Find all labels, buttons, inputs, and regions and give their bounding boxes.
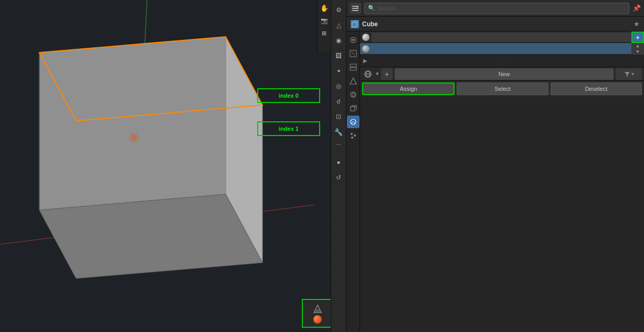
svg-rect-55	[351, 107, 355, 111]
search-placeholder: Search	[377, 5, 396, 12]
svg-rect-38	[352, 10, 358, 11]
viewport[interactable]: index 0 index 1 ✋ 📷 ⊞	[0, 0, 331, 332]
search-bar[interactable]: 🔍 Search	[364, 3, 629, 14]
play-icon[interactable]: ▶	[363, 58, 367, 64]
search-icon: 🔍	[368, 5, 375, 12]
properties-panel: 🔍 Search 📌 Cube ★	[346, 0, 644, 332]
svg-rect-37	[352, 8, 358, 9]
main-layout: index 0 index 1 ✋ 📷 ⊞ ⚙ △ ◉ 🖼 ✦ ◎ ☌ ⊡	[0, 0, 644, 332]
preview-row: ▶ · · ·	[360, 55, 644, 67]
preview-dots: · · ·	[367, 58, 641, 64]
prop-body: + ▲ ▼ ▶ · · ·	[346, 32, 644, 332]
add-material-button[interactable]: +	[381, 68, 393, 80]
bottom-material-icon-box[interactable]	[302, 299, 331, 328]
svg-line-49	[352, 52, 355, 55]
svg-marker-52	[350, 78, 356, 84]
material-slots-section: + ▲ ▼	[360, 32, 644, 55]
svg-rect-40	[352, 23, 356, 27]
camera-icon[interactable]: 📷	[319, 15, 330, 26]
props-icon-swirl[interactable]: ↺	[332, 171, 345, 184]
props-icon-image[interactable]: 🖼	[332, 49, 345, 63]
props-icon-material[interactable]: ◉	[332, 34, 345, 47]
props-icon-dot[interactable]: ●	[332, 155, 345, 169]
assign-select-row: Assign Select Deselect	[360, 81, 644, 97]
select-button[interactable]: Select	[457, 82, 548, 95]
svg-rect-51	[350, 68, 356, 70]
object-name-text: Cube	[362, 20, 378, 28]
grid-icon[interactable]: ⊞	[319, 27, 330, 39]
filter-button[interactable]: ▾	[616, 68, 642, 80]
globe-icon	[364, 70, 372, 78]
scroll-up-button[interactable]: ▲	[631, 43, 644, 49]
viewport-toolbar: ✋ 📷 ⊞	[317, 0, 331, 53]
svg-point-63	[351, 137, 353, 139]
tab-view-layer[interactable]	[347, 61, 360, 74]
material-slot-fill-1	[372, 44, 642, 54]
assign-button[interactable]: Assign	[362, 82, 455, 95]
dropdown-arrow-small: ▾	[376, 70, 379, 77]
svg-point-62	[354, 134, 356, 137]
tab-output[interactable]	[347, 47, 360, 60]
svg-point-47	[352, 39, 354, 41]
props-icon-wrench[interactable]: 🔧	[332, 125, 345, 139]
object-name-row: Cube ★	[346, 17, 644, 32]
hand-tool-icon[interactable]: ✋	[319, 2, 330, 14]
material-slot-1[interactable]	[360, 43, 644, 55]
add-slot-button[interactable]: +	[631, 32, 644, 43]
props-icon-mesh[interactable]: △	[332, 18, 345, 32]
object-cube-icon	[351, 20, 359, 28]
material-slot-0[interactable]	[360, 32, 644, 43]
material-type-button[interactable]	[362, 68, 374, 80]
tab-object[interactable]	[347, 102, 360, 115]
material-sphere-bottom	[313, 315, 322, 324]
svg-rect-50	[350, 64, 356, 67]
tab-scene[interactable]	[347, 75, 360, 87]
props-icon-data[interactable]: ⊡	[332, 110, 345, 123]
material-sphere-1	[362, 45, 369, 53]
filter-icon	[624, 71, 630, 77]
svg-rect-35	[315, 309, 320, 312]
prop-side-tabs	[346, 32, 360, 332]
deselect-button[interactable]: Deselect	[551, 82, 642, 95]
material-props-area	[360, 97, 644, 332]
new-material-button[interactable]: New	[395, 68, 614, 80]
svg-marker-23	[39, 37, 226, 210]
material-icon-bottom	[312, 304, 323, 314]
tab-world[interactable]	[347, 88, 360, 101]
material-sphere-0	[362, 34, 369, 41]
props-icon-particle[interactable]: ✦	[332, 64, 345, 78]
material-slot-fill-0	[372, 33, 642, 42]
svg-point-54	[352, 92, 354, 97]
props-icon-constraint[interactable]: ☌	[332, 95, 345, 108]
tab-render[interactable]	[347, 34, 360, 46]
props-icon-scene[interactable]: ⚙	[332, 3, 345, 17]
slot-controls: + ▲ ▼	[631, 32, 644, 55]
tab-particles[interactable]	[347, 129, 360, 142]
svg-point-61	[351, 133, 353, 135]
pin-icon[interactable]: 📌	[632, 4, 641, 12]
star-icon[interactable]: ★	[634, 20, 640, 28]
prop-main: + ▲ ▼ ▶ · · ·	[360, 32, 644, 332]
tab-material[interactable]	[347, 116, 360, 128]
properties-menu-icon[interactable]	[350, 3, 361, 14]
props-icon-physics[interactable]: ◎	[332, 79, 345, 93]
svg-marker-67	[625, 72, 630, 77]
scroll-down-button[interactable]: ▼	[631, 49, 644, 55]
prop-header: 🔍 Search 📌	[346, 0, 644, 17]
svg-point-53	[351, 92, 356, 97]
side-icon-strip: ⚙ △ ◉ 🖼 ✦ ◎ ☌ ⊡ 🔧 ⌒ ● ↺	[331, 0, 346, 332]
props-icon-curve[interactable]: ⌒	[332, 140, 345, 154]
material-controls: ▾ + New ▾	[360, 67, 644, 81]
